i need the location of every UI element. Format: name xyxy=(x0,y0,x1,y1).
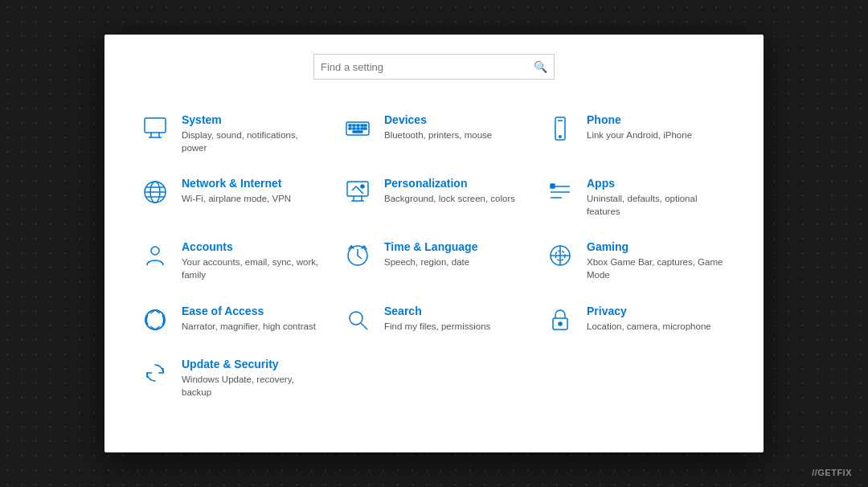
search-input[interactable] xyxy=(321,61,534,73)
settings-text-network: Network & InternetWi-Fi, airplane mode, … xyxy=(182,177,323,205)
settings-text-ease: Ease of AccessNarrator, magnifier, high … xyxy=(182,305,323,333)
search-bar[interactable]: 🔍 xyxy=(313,54,555,80)
svg-rect-11 xyxy=(353,128,355,129)
settings-text-search: SearchFind my files, permissions xyxy=(384,305,526,333)
svg-rect-10 xyxy=(349,128,351,129)
settings-item-update[interactable]: Update & SecurityWindows Update, recover… xyxy=(130,346,333,410)
lock-icon xyxy=(545,305,575,335)
settings-desc-personalization: Background, lock screen, colors xyxy=(384,192,526,205)
globe-icon xyxy=(140,177,170,207)
svg-rect-8 xyxy=(361,125,363,126)
update-icon xyxy=(140,358,170,388)
svg-point-33 xyxy=(151,247,159,255)
settings-item-accounts[interactable]: AccountsYour accounts, email, sync, work… xyxy=(130,229,333,293)
settings-item-system[interactable]: SystemDisplay, sound, notifications, pow… xyxy=(130,102,333,166)
settings-item-devices[interactable]: DevicesBluetooth, printers, mouse xyxy=(333,102,535,166)
settings-desc-apps: Uninstall, defaults, optional features xyxy=(587,192,728,218)
settings-desc-phone: Link your Android, iPhone xyxy=(587,129,728,141)
svg-rect-14 xyxy=(361,128,363,129)
settings-title-personalization: Personalization xyxy=(384,177,526,190)
search-icon xyxy=(342,305,373,335)
settings-text-accounts: AccountsYour accounts, email, sync, work… xyxy=(182,240,323,281)
settings-item-personalization[interactable]: PersonalizationBackground, lock screen, … xyxy=(333,166,535,229)
settings-item-gaming[interactable]: GamingXbox Game Bar, captures, Game Mode xyxy=(535,229,738,293)
settings-desc-accounts: Your accounts, email, sync, work, family xyxy=(182,256,323,281)
svg-rect-0 xyxy=(145,118,166,133)
settings-item-apps[interactable]: AppsUninstall, defaults, optional featur… xyxy=(535,166,738,229)
person-icon xyxy=(140,240,170,271)
settings-desc-update: Windows Update, recovery, backup xyxy=(182,373,323,399)
settings-title-ease: Ease of Access xyxy=(182,305,323,317)
settings-desc-privacy: Location, camera, microphone xyxy=(587,320,728,333)
watermark: //GETFIX xyxy=(812,468,852,477)
gaming-icon xyxy=(545,240,575,271)
settings-item-phone[interactable]: PhoneLink your Android, iPhone xyxy=(535,102,738,166)
settings-desc-network: Wi-Fi, airplane mode, VPN xyxy=(182,192,323,205)
settings-title-apps: Apps xyxy=(587,177,728,190)
search-container: 🔍 xyxy=(130,54,738,80)
settings-text-system: SystemDisplay, sound, notifications, pow… xyxy=(182,113,323,154)
clock-icon xyxy=(342,240,373,271)
ease-icon xyxy=(140,305,170,335)
svg-point-17 xyxy=(559,136,561,137)
settings-text-devices: DevicesBluetooth, printers, mouse xyxy=(384,113,526,141)
settings-text-personalization: PersonalizationBackground, lock screen, … xyxy=(384,177,526,205)
settings-title-gaming: Gaming xyxy=(587,240,728,253)
settings-desc-time: Speech, region, date xyxy=(384,256,526,268)
settings-title-network: Network & Internet xyxy=(182,177,323,190)
settings-text-privacy: PrivacyLocation, camera, microphone xyxy=(587,305,728,333)
keyboard-icon xyxy=(342,113,373,144)
settings-window: 🔍 SystemDisplay, sound, notifications, p… xyxy=(104,35,764,452)
settings-item-network[interactable]: Network & InternetWi-Fi, airplane mode, … xyxy=(130,166,333,229)
settings-text-apps: AppsUninstall, defaults, optional featur… xyxy=(587,177,728,218)
apps-icon xyxy=(545,177,575,207)
settings-desc-ease: Narrator, magnifier, high contrast xyxy=(182,320,323,333)
settings-text-phone: PhoneLink your Android, iPhone xyxy=(587,113,728,141)
settings-desc-devices: Bluetooth, printers, mouse xyxy=(384,129,526,141)
settings-text-gaming: GamingXbox Game Bar, captures, Game Mode xyxy=(587,240,728,281)
settings-item-search[interactable]: SearchFind my files, permissions xyxy=(333,293,535,346)
search-icon: 🔍 xyxy=(534,60,547,73)
phone-icon xyxy=(545,113,575,144)
svg-point-40 xyxy=(350,312,362,325)
settings-desc-system: Display, sound, notifications, power xyxy=(182,129,323,154)
svg-line-41 xyxy=(361,323,367,329)
settings-title-time: Time & Language xyxy=(384,240,526,253)
settings-desc-search: Find my files, permissions xyxy=(384,320,526,333)
svg-rect-12 xyxy=(353,131,362,133)
svg-rect-9 xyxy=(364,125,366,126)
settings-grid: SystemDisplay, sound, notifications, pow… xyxy=(130,102,738,410)
settings-title-devices: Devices xyxy=(384,113,526,126)
settings-text-time: Time & LanguageSpeech, region, date xyxy=(384,240,526,268)
svg-point-43 xyxy=(559,322,562,325)
settings-text-update: Update & SecurityWindows Update, recover… xyxy=(182,358,323,399)
svg-rect-6 xyxy=(353,125,355,126)
settings-title-phone: Phone xyxy=(587,113,728,126)
svg-rect-5 xyxy=(349,125,351,126)
svg-rect-7 xyxy=(357,125,359,126)
svg-rect-13 xyxy=(357,128,359,129)
settings-title-accounts: Accounts xyxy=(182,240,323,253)
settings-item-ease[interactable]: Ease of AccessNarrator, magnifier, high … xyxy=(130,293,333,346)
settings-title-privacy: Privacy xyxy=(587,305,728,317)
settings-title-update: Update & Security xyxy=(182,358,323,370)
settings-title-search: Search xyxy=(384,305,526,317)
monitor-icon xyxy=(140,113,170,144)
settings-item-privacy[interactable]: PrivacyLocation, camera, microphone xyxy=(535,293,738,346)
monitor-paint-icon xyxy=(342,177,373,207)
svg-rect-15 xyxy=(364,128,366,129)
svg-point-28 xyxy=(361,185,364,188)
settings-title-system: System xyxy=(182,113,323,126)
settings-desc-gaming: Xbox Game Bar, captures, Game Mode xyxy=(587,256,728,281)
settings-item-time[interactable]: Time & LanguageSpeech, region, date xyxy=(333,229,535,293)
svg-rect-32 xyxy=(551,184,555,188)
